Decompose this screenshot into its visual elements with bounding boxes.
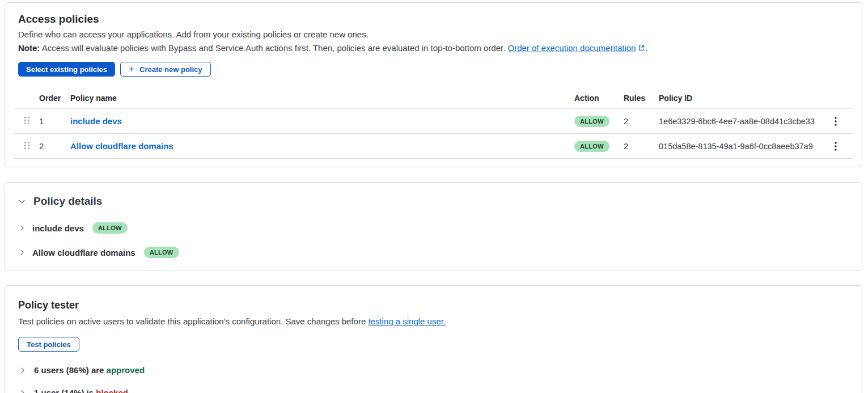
external-link-icon [638,44,645,53]
rules-column-header: Rules [624,91,659,109]
chevron-down-icon [18,197,26,206]
page: Access policies Define who can access yo… [0,0,868,393]
drag-column-header [14,91,39,109]
row-menu-kebab-icon[interactable] [830,115,841,128]
table-row: 1 include devs ALLOW 2 1e6e3329-6bc6-4ee… [14,109,853,134]
policy-detail-name: include devs [32,223,84,233]
order-column-header: Order [39,91,70,109]
create-new-policy-button[interactable]: +Create new policy [120,62,210,77]
order-of-execution-link[interactable]: Order of execution documentation [507,43,636,53]
policy-id: 015da58e-8135-49a1-9a6f-0cc8aeeb37a9 [659,134,830,159]
action-column-header: Action [574,91,624,109]
result-status: blocked [96,388,128,393]
tester-result-text: 6 users (86%) are approved [34,365,145,375]
policy-order: 1 [39,109,70,134]
policy-name-link[interactable]: include devs [70,116,122,126]
result-status: approved [107,365,145,375]
policy-tester-title: Policy tester [18,299,853,311]
access-policies-description: Define who can access your applications.… [18,29,853,39]
policies-table-header-row: Order Policy name Action Rules Policy ID [14,91,853,109]
plus-icon: + [129,64,134,74]
testing-single-user-link[interactable]: testing a single user. [368,316,446,326]
policy-tester-description-text: Test policies on active users to validat… [18,316,368,326]
chevron-right-icon [18,224,26,232]
policy-rules-count: 2 [624,109,659,134]
policy-tester-card: Policy tester Test policies on active us… [5,285,862,393]
policy-actions-toolbar: Select existing policies +Create new pol… [18,62,853,77]
tester-result-row[interactable]: 6 users (86%) are approved [19,365,853,375]
policy-details-title: Policy details [33,195,102,208]
access-policies-card: Access policies Define who can access yo… [5,2,862,167]
chevron-right-icon [19,366,27,374]
action-badge: ALLOW [144,247,179,258]
policy-name-link[interactable]: Allow cloudflare domains [70,141,173,151]
note-label: Note: [18,43,40,53]
action-badge: ALLOW [574,141,609,152]
tester-result-row[interactable]: 1 user (14%) is blocked [19,388,853,393]
create-new-policy-label: Create new policy [139,65,202,74]
policy-details-toggle[interactable]: Policy details [18,195,853,208]
chevron-right-icon [19,389,27,393]
policy-id: 1e6e3329-6bc6-4ee7-aa8e-08d41c3cbe33 [659,109,830,134]
policy-rules-count: 2 [624,134,659,159]
row-menu-kebab-icon[interactable] [830,140,841,153]
test-policies-button[interactable]: Test policies [18,337,79,352]
policy-details-card: Policy details include devs ALLOW Allow … [5,182,862,271]
note-suffix: . [645,43,647,53]
policy-order: 2 [39,134,70,159]
access-policies-title: Access policies [18,13,853,26]
action-badge: ALLOW [92,222,128,234]
select-existing-policies-button[interactable]: Select existing policies [18,62,115,77]
policy-detail-name: Allow cloudflare domains [32,248,136,257]
policy-tester-toolbar: Test policies [18,337,853,352]
policy-name-column-header: Policy name [70,91,574,109]
note-text: Access will evaluate policies with Bypas… [40,43,507,53]
drag-handle-icon[interactable] [22,140,32,151]
policy-detail-item[interactable]: include devs ALLOW [18,222,853,234]
action-badge: ALLOW [574,116,609,127]
result-count-text: 6 users (86%) are [34,365,107,375]
tester-result-text: 1 user (14%) is blocked [34,388,128,393]
menu-column-header [830,91,853,109]
chevron-right-icon [18,248,26,256]
access-policies-note: Note: Access will evaluate policies with… [18,43,853,53]
drag-handle-icon[interactable] [22,115,32,126]
policy-id-column-header: Policy ID [659,91,830,109]
table-row: 2 Allow cloudflare domains ALLOW 2 015da… [14,134,853,159]
result-count-text: 1 user (14%) is [34,388,96,393]
policy-tester-description: Test policies on active users to validat… [18,316,853,326]
policies-table: Order Policy name Action Rules Policy ID… [14,91,853,159]
policy-detail-item[interactable]: Allow cloudflare domains ALLOW [18,247,853,258]
